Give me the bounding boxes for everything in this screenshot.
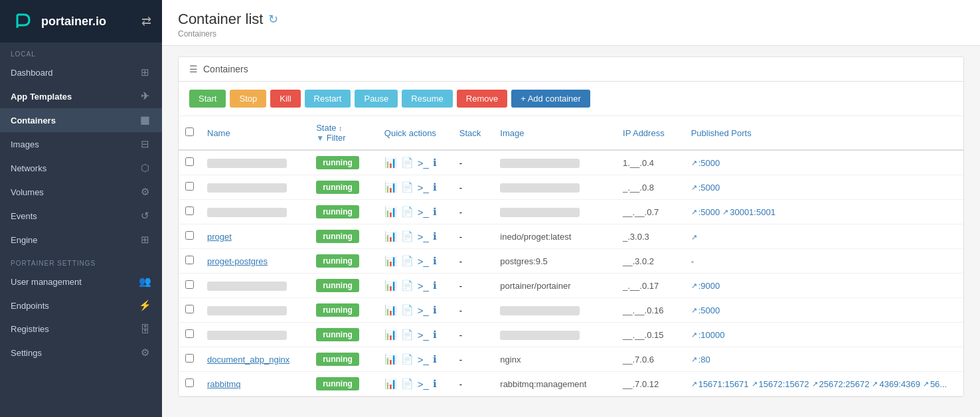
row-name[interactable]: document_abp_nginx [201, 347, 309, 372]
port-link[interactable]: ↗ :9000 [691, 281, 720, 291]
stats-icon[interactable]: 📊 [384, 304, 397, 316]
port-link[interactable]: ↗ 15672:15672 [752, 379, 809, 389]
inspect-icon[interactable]: ℹ [433, 206, 437, 218]
sidebar-item-user-management[interactable]: User management 👥 [0, 270, 162, 293]
inspect-icon[interactable]: ℹ [433, 280, 437, 292]
port-link[interactable]: ↗ :80 [691, 355, 710, 365]
pause-button[interactable]: Pause [355, 90, 398, 108]
sidebar-item-volumes[interactable]: Volumes ⚙ [0, 180, 162, 204]
row-checkbox[interactable] [185, 305, 194, 313]
th-select-all[interactable] [179, 116, 201, 150]
stats-icon[interactable]: 📊 [384, 329, 397, 341]
inspect-icon[interactable]: ℹ [433, 329, 437, 341]
console-icon[interactable]: >_ [418, 280, 429, 292]
stats-icon[interactable]: 📊 [384, 206, 397, 218]
sidebar-item-networks[interactable]: Networks ⬡ [0, 156, 162, 180]
row-name[interactable]: rabbitmq [201, 372, 309, 396]
console-icon[interactable]: >_ [418, 231, 429, 242]
stats-icon[interactable]: 📊 [384, 157, 397, 169]
console-icon[interactable]: >_ [418, 256, 429, 267]
stats-icon[interactable]: 📊 [384, 353, 397, 365]
row-checkbox[interactable] [185, 207, 194, 215]
logs-icon[interactable]: 📄 [401, 329, 414, 341]
sidebar-item-containers[interactable]: Containers ▦ [0, 108, 162, 132]
logs-icon[interactable]: 📄 [401, 157, 414, 169]
row-ip: __.__.0.15 [616, 323, 685, 347]
row-checkbox[interactable] [185, 354, 194, 363]
console-icon[interactable]: >_ [418, 354, 429, 365]
console-icon[interactable]: >_ [418, 305, 429, 316]
sidebar-item-images[interactable]: Images ⊟ [0, 132, 162, 156]
console-icon[interactable]: >_ [418, 329, 429, 341]
row-checkbox[interactable] [185, 378, 194, 387]
console-icon[interactable]: >_ [418, 157, 429, 169]
stats-icon[interactable]: 📊 [384, 255, 397, 267]
logs-icon[interactable]: 📄 [401, 304, 414, 316]
logs-icon[interactable]: 📄 [401, 280, 414, 292]
console-icon[interactable]: >_ [418, 378, 429, 390]
port-link[interactable]: ↗ 56... [923, 379, 947, 389]
logs-icon[interactable]: 📄 [401, 206, 414, 218]
logs-icon[interactable]: 📄 [401, 230, 414, 242]
sidebar-item-settings[interactable]: Settings ⚙ [0, 341, 162, 365]
logs-icon[interactable]: 📄 [401, 378, 414, 390]
refresh-icon[interactable]: ↻ [268, 12, 278, 27]
port-link[interactable]: ↗ :5000 [691, 183, 720, 193]
add-container-button[interactable]: + Add container [511, 90, 590, 108]
resume-button[interactable]: Resume [402, 90, 452, 108]
port-link[interactable]: ↗ [691, 233, 697, 242]
inspect-icon[interactable]: ℹ [433, 255, 437, 267]
row-image[interactable]: portainer/portainer [493, 274, 616, 298]
stats-icon[interactable]: 📊 [384, 280, 397, 292]
inspect-icon[interactable]: ℹ [433, 181, 437, 193]
port-link[interactable]: ↗ :5000 [691, 305, 720, 315]
remove-button[interactable]: Remove [457, 90, 507, 108]
port-link[interactable]: ↗ 15671:15671 [691, 379, 749, 389]
port-link[interactable]: ↗ 25672:25672 [812, 379, 870, 389]
sidebar-item-engine[interactable]: Engine ⊞ [0, 228, 162, 252]
sidebar-item-registries[interactable]: Registries 🗄 [0, 317, 162, 341]
row-checkbox[interactable] [185, 280, 194, 289]
sidebar-item-endpoints[interactable]: Endpoints ⚡ [0, 293, 162, 317]
stats-icon[interactable]: 📊 [384, 230, 397, 242]
restart-button[interactable]: Restart [305, 90, 351, 108]
row-checkbox[interactable] [185, 256, 194, 264]
port-link[interactable]: ↗ :5000 [691, 158, 720, 168]
row-image[interactable]: inedo/proget:latest [493, 224, 616, 249]
inspect-icon[interactable]: ℹ [433, 353, 437, 365]
row-checkbox[interactable] [185, 231, 194, 240]
logs-icon[interactable]: 📄 [401, 353, 414, 365]
row-checkbox[interactable] [185, 329, 194, 338]
port-link[interactable]: ↗ 4369:4369 [872, 379, 920, 389]
sidebar-switch-icon[interactable]: ⇄ [141, 14, 151, 29]
start-button[interactable]: Start [189, 90, 226, 108]
row-image[interactable]: postgres:9.5 [493, 249, 616, 274]
port-link[interactable]: ↗ :5000 [691, 207, 720, 217]
select-all-checkbox[interactable] [185, 127, 194, 136]
port-link[interactable]: ↗ 30001:5001 [722, 207, 776, 217]
inspect-icon[interactable]: ℹ [433, 378, 437, 390]
console-icon[interactable]: >_ [418, 207, 429, 218]
logs-icon[interactable]: 📄 [401, 255, 414, 267]
console-icon[interactable]: >_ [418, 182, 429, 193]
stats-icon[interactable]: 📊 [384, 181, 397, 193]
th-name[interactable]: Name [201, 116, 309, 150]
sidebar-item-events[interactable]: Events ↺ [0, 204, 162, 228]
row-checkbox[interactable] [185, 157, 194, 166]
inspect-icon[interactable]: ℹ [433, 304, 437, 316]
row-checkbox[interactable] [185, 182, 194, 191]
sidebar-item-dashboard[interactable]: Dashboard ⊞ [0, 60, 162, 84]
stop-button[interactable]: Stop [230, 90, 266, 108]
inspect-icon[interactable]: ℹ [433, 157, 437, 169]
row-image[interactable]: nginx [493, 347, 616, 372]
stats-icon[interactable]: 📊 [384, 378, 397, 390]
sidebar-item-app-templates[interactable]: App Templates ✈ [0, 84, 162, 108]
inspect-icon[interactable]: ℹ [433, 230, 437, 242]
row-name[interactable]: proget-postgres [201, 249, 309, 274]
logs-icon[interactable]: 📄 [401, 181, 414, 193]
row-name[interactable]: proget [201, 224, 309, 249]
th-state[interactable]: State ↕ ▼ Filter [309, 116, 378, 150]
kill-button[interactable]: Kill [270, 90, 300, 108]
row-image[interactable]: rabbitmq:management [493, 372, 616, 396]
port-link[interactable]: ↗ :10000 [691, 330, 725, 340]
